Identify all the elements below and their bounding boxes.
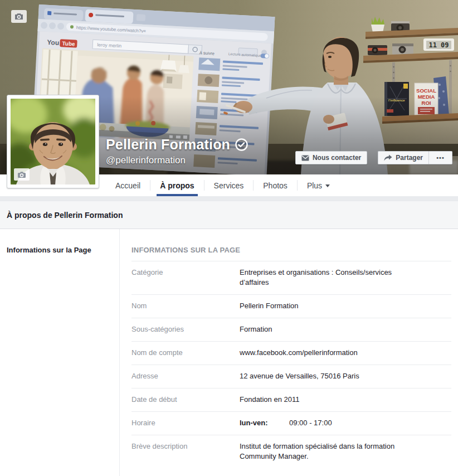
info-row-date-de-debut: Date de début Fondation en 2011 bbox=[131, 388, 451, 412]
info-label: Adresse bbox=[131, 371, 240, 381]
info-row-categorie: Catégorie Entreprises et organisations :… bbox=[131, 261, 451, 295]
info-row-nom-de-compte: Nom de compte www.facebook.com/pellerinf… bbox=[131, 342, 451, 365]
verified-badge-icon bbox=[235, 138, 248, 151]
facebook-page: https://www.youtube.com/watch?v= You Tub… bbox=[0, 0, 458, 476]
page-info-panel: INFORMATIONS SUR LA PAGE Catégorie Entre… bbox=[120, 229, 458, 476]
info-value: Pellerin Formation bbox=[240, 301, 299, 311]
youtube-logo-tube: Tube bbox=[62, 40, 75, 47]
info-row-nom: Nom Pellerin Formation bbox=[131, 295, 451, 318]
camera-silver bbox=[392, 43, 413, 55]
update-profile-photo-button[interactable] bbox=[14, 168, 30, 181]
page-info-heading: INFORMATIONS SUR LA PAGE bbox=[131, 246, 451, 261]
hours-days: lun-ven: bbox=[240, 418, 289, 428]
section-title: À propos de Pellerin Formation bbox=[7, 211, 123, 220]
info-value: Formation bbox=[240, 324, 272, 334]
info-row-adresse: Adresse 12 avenue de Versailles, 75016 P… bbox=[131, 365, 451, 388]
tab-label: Services bbox=[214, 181, 244, 190]
more-options-dots: ••• bbox=[436, 154, 445, 161]
info-value: Entreprises et organisations : Conseils/… bbox=[240, 268, 413, 288]
clock-time: 11 09 bbox=[428, 41, 449, 49]
profile-picture[interactable] bbox=[7, 95, 99, 188]
share-button-label: Partager bbox=[396, 154, 423, 162]
page-title: Pellerin Formation bbox=[106, 137, 248, 153]
share-arrow-icon bbox=[384, 154, 392, 161]
info-label: Catégorie bbox=[131, 268, 240, 288]
page-handle: @pellerinformation bbox=[106, 155, 248, 166]
tab-accueil[interactable]: Accueil bbox=[106, 174, 150, 196]
sidebar-item-informations-page[interactable]: Informations sur la Page bbox=[7, 246, 113, 254]
shelf-clock: 11 09 bbox=[423, 38, 454, 51]
info-row-horaire: Horaire lun-ven:09:00 - 17:00 bbox=[131, 412, 451, 435]
envelope-icon bbox=[301, 155, 309, 161]
tab-a-propos[interactable]: À propos bbox=[150, 174, 203, 196]
youtube-logo-you: You bbox=[47, 38, 59, 47]
about-content: Informations sur la Page INFORMATIONS SU… bbox=[0, 229, 458, 476]
info-value: Institut de formation spécialisé dans la… bbox=[240, 441, 413, 462]
about-sidebar: Informations sur la Page bbox=[0, 229, 120, 476]
info-label: Horaire bbox=[131, 418, 240, 428]
page-title-text: Pellerin Formation bbox=[106, 137, 230, 153]
info-row-sous-categories: Sous-catégories Formation bbox=[131, 318, 451, 342]
tab-plus[interactable]: Plus bbox=[298, 174, 339, 196]
update-cover-photo-button[interactable] bbox=[11, 10, 27, 23]
caret-down-icon bbox=[325, 184, 330, 187]
info-value: 12 avenue de Versailles, 75016 Paris bbox=[240, 371, 359, 381]
info-label: Sous-catégories bbox=[131, 324, 240, 334]
info-label: Date de début bbox=[131, 395, 240, 405]
tab-label: Plus bbox=[307, 181, 322, 190]
info-row-breve-description: Brève description Institut de formation … bbox=[131, 435, 451, 468]
tab-label: Accueil bbox=[115, 181, 140, 190]
camera-red bbox=[368, 45, 387, 55]
book-title-line1: SOCIAL bbox=[416, 88, 436, 94]
section-header-bar: À propos de Pellerin Formation bbox=[0, 201, 458, 229]
tab-photos[interactable]: Photos bbox=[254, 174, 297, 196]
camera-icon bbox=[17, 171, 26, 178]
tab-services[interactable]: Services bbox=[204, 174, 254, 196]
more-options-button[interactable]: ••• bbox=[429, 151, 452, 164]
page-identity: Pellerin Formation @pellerinformation bbox=[106, 137, 248, 166]
info-value: Fondation en 2011 bbox=[240, 395, 299, 405]
info-label: Nom de compte bbox=[131, 348, 240, 358]
info-value-page-url: www.facebook.com/pellerinformation bbox=[240, 348, 358, 358]
info-label: Brève description bbox=[131, 441, 240, 462]
hours-time: 09:00 - 17:00 bbox=[289, 419, 332, 427]
info-value-hours: lun-ven:09:00 - 17:00 bbox=[240, 418, 332, 428]
info-label: Nom bbox=[131, 301, 240, 311]
share-button[interactable]: Partager bbox=[378, 151, 429, 164]
tab-label: Photos bbox=[263, 181, 288, 190]
camera-icon bbox=[14, 13, 23, 20]
contact-button[interactable]: Nous contacter bbox=[295, 151, 367, 164]
tab-label: À propos bbox=[160, 181, 194, 190]
sidebar-heading: À suivre bbox=[199, 50, 215, 56]
contact-button-label: Nous contacter bbox=[313, 154, 361, 162]
page-background-gap bbox=[0, 196, 458, 201]
